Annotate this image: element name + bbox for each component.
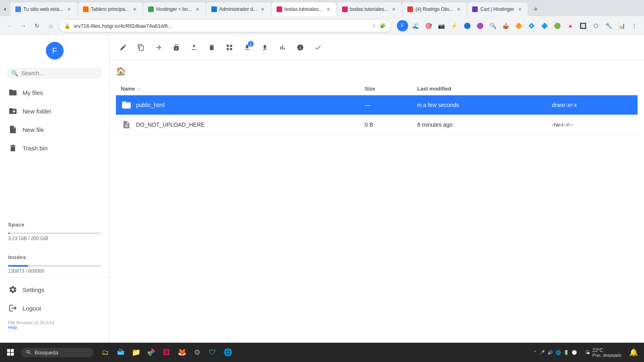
notification-button[interactable]: 🔔 xyxy=(626,345,641,360)
col-modified[interactable]: Last modified xyxy=(413,82,547,95)
table-row-public-html[interactable]: public_html — in a few seconds drwxr-xr-… xyxy=(116,95,638,115)
tab-4[interactable]: Administrador d... ✕ xyxy=(206,2,271,16)
tab-8[interactable]: Cart | Hostinger ✕ xyxy=(467,2,528,16)
sidebar-item-my-files[interactable]: My files xyxy=(3,84,106,101)
app: F 🔍 My files New folder xyxy=(0,35,644,343)
time-icon: 🕐 xyxy=(572,350,577,355)
sidebar-item-trash-bin[interactable]: Trash bin xyxy=(3,139,106,157)
home-button[interactable]: ⌂ xyxy=(45,20,56,31)
stats-button[interactable] xyxy=(275,40,290,55)
new-tab-button[interactable]: + xyxy=(530,4,541,15)
download2-button[interactable]: 1 xyxy=(240,40,254,55)
extension-icon[interactable]: 🧩 xyxy=(379,22,386,29)
search-input[interactable] xyxy=(21,70,98,76)
ext14-icon[interactable]: 🔲 xyxy=(577,20,588,31)
tab-close-3[interactable]: ✕ xyxy=(194,6,201,12)
tab-2[interactable]: Tablero principa... ✕ xyxy=(78,2,143,16)
sidebar-item-new-folder[interactable]: New folder xyxy=(3,102,106,120)
ext17-icon[interactable]: 📊 xyxy=(616,20,627,31)
address-bar[interactable]: 🔒 srv716-files.hstgr.io/4cf6f2dbae74a61d… xyxy=(59,19,391,32)
taskbar-icon-landscape[interactable]: 🏔 xyxy=(114,345,128,360)
ext5-icon[interactable]: 🔵 xyxy=(461,20,473,31)
sidebar-item-logout[interactable]: Logout xyxy=(3,299,106,317)
tab-3[interactable]: Hostinger < bo... ✕ xyxy=(143,2,205,16)
star-icon[interactable]: ☆ xyxy=(370,22,377,29)
tab-close-5[interactable]: ✕ xyxy=(325,6,332,12)
info-button[interactable] xyxy=(293,40,308,55)
taskbar-search[interactable]: Búsqueda xyxy=(21,348,93,357)
taskbar-icon-firefox[interactable]: 🦊 xyxy=(175,345,189,360)
ext12-icon[interactable]: 🟢 xyxy=(551,20,563,31)
tray-arrow[interactable]: ⌃ xyxy=(533,350,537,355)
settings-dots-icon[interactable]: ⋮ xyxy=(629,20,640,31)
lock-icon: 🔒 xyxy=(64,23,70,29)
lock-button[interactable] xyxy=(169,40,184,55)
app-logo: F xyxy=(46,42,64,60)
ext16-icon[interactable]: 🔧 xyxy=(603,20,614,31)
download-badge: 1 xyxy=(248,41,254,47)
tab-close-6[interactable]: ✕ xyxy=(390,6,397,12)
tab-favicon-1 xyxy=(15,6,21,12)
ext1-icon[interactable]: 🌊 xyxy=(410,20,421,31)
ext9-icon[interactable]: 🔶 xyxy=(513,20,524,31)
tab-close-8[interactable]: ✕ xyxy=(516,6,523,12)
sidebar-item-new-file[interactable]: New file xyxy=(3,121,106,138)
taskbar-icon-files[interactable]: 📁 xyxy=(129,345,143,360)
table-row-do-not-upload[interactable]: DO_NOT_UPLOAD_HERE 0 B 8 minutes ago -rw… xyxy=(116,115,638,135)
taskbar-icon-photos[interactable]: 🖼 xyxy=(159,345,174,360)
delete-button[interactable] xyxy=(204,40,219,55)
download-btn[interactable] xyxy=(187,40,201,55)
search-box[interactable]: 🔍 xyxy=(6,68,103,79)
ext10-icon[interactable]: 💠 xyxy=(526,20,537,31)
trash-icon xyxy=(8,143,18,153)
tab-5[interactable]: bodas.tutoriales... ✕ xyxy=(272,2,336,16)
tab-close-1[interactable]: ✕ xyxy=(66,6,72,12)
taskbar-icon-settings-cog[interactable]: ⚙ xyxy=(190,345,204,360)
ext7-icon[interactable]: 🔍 xyxy=(487,20,498,31)
ext11-icon[interactable]: 🔷 xyxy=(539,20,550,31)
breadcrumb-home-icon[interactable]: 🏠 xyxy=(116,67,126,76)
tab-label-8: Cart | Hostinger xyxy=(480,6,514,12)
move-button[interactable] xyxy=(151,40,166,55)
ext15-icon[interactable]: ⬡ xyxy=(590,20,601,31)
ext3-icon[interactable]: 📷 xyxy=(436,20,447,31)
ext4-icon[interactable]: ⚡ xyxy=(448,20,460,31)
mic-icon: 🎤 xyxy=(539,350,545,355)
space-section-label: Space xyxy=(0,215,109,229)
ext6-icon[interactable]: 🟣 xyxy=(474,20,485,31)
tab-7[interactable]: (4) Rodrigo Oliv... ✕ xyxy=(402,2,466,16)
help-link[interactable]: Help xyxy=(8,325,101,330)
col-name[interactable]: Name ↑ xyxy=(116,82,360,95)
reload-button[interactable]: ↻ xyxy=(31,20,43,31)
view-button[interactable] xyxy=(222,40,237,55)
taskbar-icon-explorer[interactable]: 🗂 xyxy=(98,345,113,360)
start-button[interactable] xyxy=(3,345,18,360)
tab-close-2[interactable]: ✕ xyxy=(131,6,138,12)
select-button[interactable] xyxy=(311,40,325,55)
weather-widget[interactable]: 🌤 22°C Prac. despejado xyxy=(582,348,625,358)
tab-1[interactable]: Tu sitio web esta... ✕ xyxy=(10,2,77,16)
taskbar-icon-chrome[interactable] xyxy=(144,345,159,360)
sidebar-item-settings[interactable]: Settings xyxy=(3,281,106,298)
tab-close-7[interactable]: ✕ xyxy=(455,6,462,12)
taskbar-icon-shield[interactable]: 🛡 xyxy=(205,345,220,360)
address-url[interactable]: srv716-files.hstgr.io/4cf6f2dbae74a61d/f… xyxy=(74,23,367,29)
col-size[interactable]: Size xyxy=(360,82,412,95)
ext2-icon[interactable]: 🎯 xyxy=(423,20,434,31)
inodes-bar-fill xyxy=(8,265,28,267)
back-button[interactable]: ← xyxy=(4,20,15,31)
ext8-icon[interactable]: 🎪 xyxy=(500,20,511,31)
ext13-icon[interactable]: 🔺 xyxy=(564,20,576,31)
copy-button[interactable] xyxy=(134,40,148,55)
taskbar: Búsqueda 🗂 🏔 📁 🖼 🦊 ⚙ 🛡 🌐 ⌃ 🎤 🔊 🌐 🔋 🕐 🌤 2… xyxy=(0,343,644,362)
upload-button[interactable] xyxy=(258,40,272,55)
taskbar-icon-edge[interactable]: 🌐 xyxy=(221,345,235,360)
edit-button[interactable] xyxy=(116,40,130,55)
tab-6[interactable]: bodas.tutoriales... ✕ xyxy=(337,2,402,16)
profile-icon[interactable]: F xyxy=(397,20,408,31)
inodes-bar-container: 130873 / 600000 xyxy=(0,262,109,277)
tab-close-4[interactable]: ✕ xyxy=(260,6,266,12)
network-icon[interactable]: 🌐 xyxy=(555,350,561,355)
speaker-icon[interactable]: 🔊 xyxy=(547,350,553,355)
forward-button[interactable]: → xyxy=(18,20,29,31)
